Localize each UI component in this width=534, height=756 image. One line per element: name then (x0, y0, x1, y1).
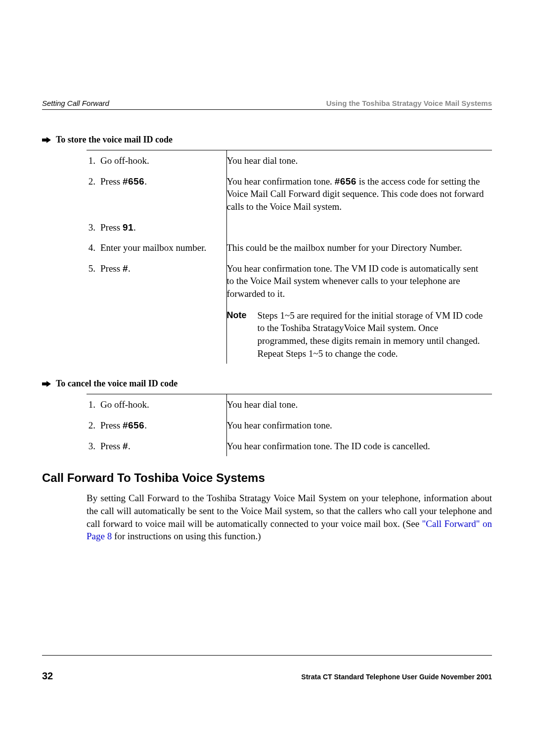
procedure-heading-cancel: To cancel the voice mail ID code (42, 378, 492, 389)
step-row: 2. Press #656. You hear confirmation ton… (87, 415, 492, 436)
step-row: 5. Press #. You hear confirmation tone. … (87, 258, 492, 364)
step-number: 4. (87, 237, 100, 258)
code-literal: #656 (123, 176, 144, 187)
step-action: Enter your mailbox number. (100, 237, 226, 258)
step-action: Press #. (100, 436, 226, 457)
step-result: You hear dial tone. (226, 394, 492, 415)
step-action-text: Press (100, 222, 123, 233)
step-action-text: . (128, 441, 131, 451)
step-result: You hear confirmation tone. The ID code … (226, 436, 492, 457)
step-action: Go off-hook. (100, 394, 226, 415)
step-row: 4. Enter your mailbox number. This could… (87, 237, 492, 258)
note-body: Steps 1~5 are required for the initial s… (258, 309, 488, 360)
arrow-icon (42, 381, 51, 387)
step-action: Press #656. (100, 415, 226, 436)
step-row: 1. Go off-hook. You hear dial tone. (87, 394, 492, 415)
header-right: Using the Toshiba Stratagy Voice Mail Sy… (326, 99, 492, 107)
step-action: Press 91. (100, 217, 226, 238)
section-body: By setting Call Forward to the Toshiba S… (87, 492, 492, 543)
step-action: Press #. (100, 258, 226, 364)
step-row: 3. Press 91. (87, 217, 492, 238)
procedure-heading-store: To store the voice mail ID code (42, 135, 492, 145)
code-literal: # (123, 263, 128, 274)
page-footer: 32 Strata CT Standard Telephone User Gui… (42, 655, 492, 682)
running-header: Setting Call Forward Using the Toshiba S… (42, 99, 492, 110)
body-text: for instructions on using this function.… (112, 531, 261, 541)
section-heading: Call Forward To Toshiba Voice Systems (42, 471, 492, 485)
step-result: This could be the mailbox number for you… (226, 237, 492, 258)
step-row: 3. Press #. You hear confirmation tone. … (87, 436, 492, 457)
step-row: 1. Go off-hook. You hear dial tone. (87, 150, 492, 171)
step-action: Go off-hook. (100, 150, 226, 171)
procedure-title: To store the voice mail ID code (56, 135, 173, 145)
step-action-text: . (128, 263, 131, 274)
step-number: 2. (87, 171, 100, 217)
steps-table-store: 1. Go off-hook. You hear dial tone. 2. P… (87, 150, 492, 364)
step-number: 5. (87, 258, 100, 364)
step-result: You hear confirmation tone. (226, 415, 492, 436)
result-text: You hear confirmation tone. The VM ID co… (227, 262, 488, 300)
code-literal: # (123, 441, 128, 451)
step-number: 2. (87, 415, 100, 436)
step-action-text: Press (100, 420, 123, 430)
procedure-title: To cancel the voice mail ID code (56, 378, 178, 389)
step-number: 1. (87, 150, 100, 171)
step-row: 2. Press #656. You hear confirmation ton… (87, 171, 492, 217)
step-action-text: Press (100, 263, 123, 274)
step-action-text: Press (100, 176, 123, 187)
step-number: 3. (87, 217, 100, 238)
step-result (226, 217, 492, 238)
step-number: 3. (87, 436, 100, 457)
code-literal: #656 (335, 176, 356, 187)
result-text: You hear confirmation tone. (227, 176, 335, 187)
step-action: Press #656. (100, 171, 226, 217)
code-literal: 91 (123, 222, 134, 233)
step-result: You hear confirmation tone. The VM ID co… (226, 258, 492, 364)
step-action-text: . (144, 420, 147, 430)
note-block: Note Steps 1~5 are required for the init… (227, 309, 488, 360)
step-result: You hear dial tone. (226, 150, 492, 171)
note-label: Note (227, 309, 247, 360)
arrow-icon (42, 137, 51, 143)
step-result: You hear confirmation tone. #656 is the … (226, 171, 492, 217)
step-action-text: . (144, 176, 147, 187)
code-literal: #656 (123, 420, 144, 430)
footer-text: Strata CT Standard Telephone User Guide … (301, 673, 492, 681)
step-number: 1. (87, 394, 100, 415)
step-action-text: Press (100, 441, 123, 451)
step-action-text: . (134, 222, 136, 233)
steps-table-cancel: 1. Go off-hook. You hear dial tone. 2. P… (87, 394, 492, 456)
page-number: 32 (42, 670, 53, 682)
header-left: Setting Call Forward (42, 99, 109, 107)
